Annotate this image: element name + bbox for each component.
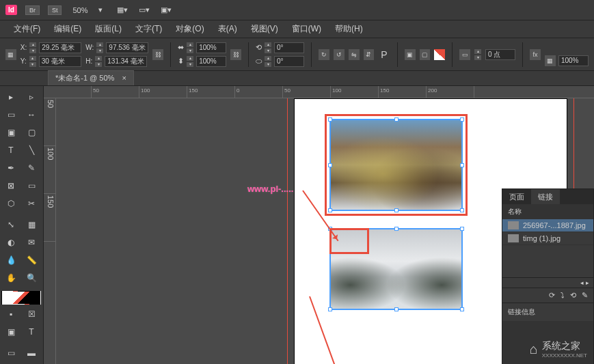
- selection-tool[interactable]: ▸: [1, 89, 21, 105]
- relink-icon[interactable]: ⟳: [549, 291, 555, 300]
- w-label: W:: [85, 44, 94, 51]
- document-tab[interactable]: *未命名-1 @ 50% ×: [48, 70, 134, 85]
- effects-icon[interactable]: fx: [530, 49, 541, 60]
- fill-swatch-icon[interactable]: [434, 49, 445, 60]
- shear-input[interactable]: [274, 56, 304, 67]
- resize-handle[interactable]: [328, 117, 332, 122]
- x-input[interactable]: [39, 42, 81, 53]
- w-input[interactable]: [106, 42, 148, 53]
- resize-handle[interactable]: [394, 117, 399, 122]
- stroke-input[interactable]: [485, 49, 515, 60]
- apply-color-icon[interactable]: ▪: [1, 306, 21, 322]
- constrain-scale-icon[interactable]: ⛓: [230, 49, 241, 60]
- content-placer-tool[interactable]: ▢: [22, 124, 41, 141]
- chevron-down-icon[interactable]: ▾: [98, 5, 103, 14]
- rectangle-tool[interactable]: ▭: [22, 178, 41, 194]
- arrange-icon[interactable]: ▣▾: [160, 4, 172, 16]
- update-link-icon[interactable]: ⟲: [570, 291, 576, 300]
- direct-selection-tool[interactable]: ▹: [22, 89, 41, 105]
- rotate-cw-icon[interactable]: ↻: [319, 49, 329, 60]
- type-tool[interactable]: T: [1, 142, 21, 158]
- select-content-icon[interactable]: ▢: [420, 49, 431, 60]
- zoom-level[interactable]: 50%: [70, 6, 90, 14]
- gap-tool[interactable]: ↔: [22, 107, 41, 123]
- stock-badge[interactable]: St: [48, 5, 62, 15]
- formatting-container-icon[interactable]: ▣: [1, 324, 21, 340]
- link-item[interactable]: 256967-...1887.jpg: [502, 219, 593, 232]
- polygon-tool[interactable]: ⬡: [1, 195, 21, 212]
- menu-window[interactable]: 窗口(W): [286, 21, 327, 37]
- rotate-ccw-icon[interactable]: ↺: [334, 49, 345, 60]
- scale-x-input[interactable]: [196, 42, 226, 53]
- y-up[interactable]: ▴: [29, 56, 36, 61]
- resize-handle[interactable]: [460, 208, 464, 212]
- y-down[interactable]: ▾: [29, 62, 36, 67]
- resize-handle[interactable]: [394, 227, 399, 231]
- apply-none-icon[interactable]: ☒: [22, 306, 41, 322]
- bridge-badge[interactable]: Br: [25, 5, 40, 15]
- normal-view-icon[interactable]: ▭: [1, 345, 21, 361]
- close-tab-icon[interactable]: ×: [122, 74, 126, 82]
- menu-object[interactable]: 对象(O): [170, 21, 209, 37]
- zoom-tool[interactable]: 🔍: [22, 270, 41, 286]
- menu-type[interactable]: 文字(T): [130, 21, 167, 37]
- page-tool[interactable]: ▭: [1, 107, 21, 123]
- preview-view-icon[interactable]: ▬: [22, 345, 41, 361]
- scale-y-input[interactable]: [196, 56, 226, 67]
- image-frame-2[interactable]: [329, 228, 463, 310]
- resize-handle[interactable]: [328, 163, 332, 167]
- resize-handle[interactable]: [460, 227, 464, 231]
- resize-handle[interactable]: [394, 307, 399, 311]
- measure-tool[interactable]: 📏: [22, 252, 41, 268]
- flip-v-icon[interactable]: ⇵: [364, 49, 375, 60]
- scale-y-icon: ⬍: [178, 57, 184, 66]
- view-options-icon[interactable]: ▦▾: [116, 4, 129, 16]
- scissors-tool[interactable]: ✂: [22, 195, 41, 212]
- select-container-icon[interactable]: ▣: [405, 49, 416, 60]
- hand-tool[interactable]: ✋: [1, 270, 21, 286]
- eyedropper-tool[interactable]: 💧: [1, 252, 21, 268]
- resize-handle[interactable]: [460, 117, 464, 122]
- menu-table[interactable]: 表(A): [213, 21, 243, 37]
- rotate-input[interactable]: [274, 42, 304, 53]
- menu-layout[interactable]: 版面(L): [90, 21, 127, 37]
- links-panel[interactable]: 页面 链接 名称 256967-...1887.jpg timg (1).jpg…: [502, 188, 594, 364]
- image-frame-1[interactable]: [329, 119, 463, 211]
- resize-handle[interactable]: [460, 307, 464, 311]
- goto-link-icon[interactable]: ⤵: [561, 291, 565, 300]
- tab-pages[interactable]: 页面: [502, 189, 531, 204]
- resize-handle[interactable]: [460, 163, 464, 167]
- screen-mode-icon[interactable]: ▭▾: [138, 4, 150, 16]
- gradient-swatch-tool[interactable]: ▦: [22, 216, 41, 233]
- h-input[interactable]: [105, 56, 147, 67]
- x-down[interactable]: ▾: [29, 48, 36, 53]
- menu-view[interactable]: 视图(V): [245, 21, 284, 37]
- link-item[interactable]: timg (1).jpg: [502, 232, 593, 245]
- note-tool[interactable]: ✉: [22, 234, 41, 251]
- y-input[interactable]: [39, 56, 81, 67]
- resize-handle[interactable]: [394, 208, 399, 212]
- resize-handle[interactable]: [328, 307, 332, 311]
- reference-point-icon[interactable]: ▦: [5, 49, 16, 60]
- line-tool[interactable]: ╲: [22, 142, 41, 158]
- x-up[interactable]: ▴: [29, 42, 36, 47]
- edit-original-icon[interactable]: ✎: [582, 291, 588, 300]
- paragraph-icon[interactable]: P: [381, 49, 387, 60]
- gradient-feather-tool[interactable]: ◐: [1, 234, 21, 251]
- resize-handle[interactable]: [328, 208, 332, 212]
- constrain-icon[interactable]: ⛓: [152, 49, 163, 60]
- content-collector-tool[interactable]: ▣: [1, 124, 21, 141]
- formatting-text-icon[interactable]: T: [22, 324, 41, 340]
- pen-tool[interactable]: ✒: [1, 160, 21, 176]
- pencil-tool[interactable]: ✎: [22, 160, 41, 176]
- menu-edit[interactable]: 编辑(E): [49, 21, 87, 37]
- flip-h-icon[interactable]: ⇋: [349, 49, 360, 60]
- rectangle-frame-tool[interactable]: ⊠: [1, 178, 21, 194]
- stroke-icon[interactable]: ▭: [459, 49, 470, 60]
- fill-stroke-swap[interactable]: [1, 291, 41, 305]
- tab-links[interactable]: 链接: [531, 189, 560, 204]
- menu-file[interactable]: 文件(F): [8, 21, 46, 37]
- menu-help[interactable]: 帮助(H): [329, 21, 368, 37]
- free-transform-tool[interactable]: ⤡: [1, 216, 21, 233]
- opacity-input[interactable]: [558, 55, 589, 66]
